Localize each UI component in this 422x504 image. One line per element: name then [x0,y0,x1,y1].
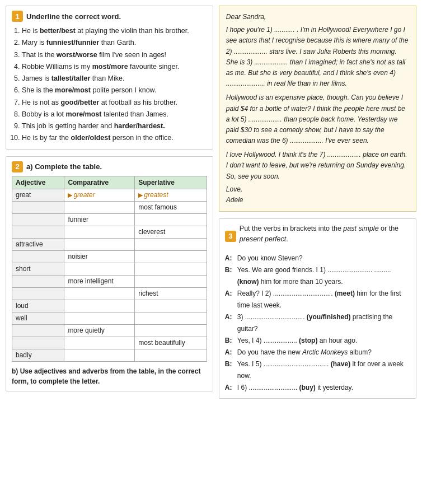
super-cell [135,349,207,361]
speaker-label: A: [225,311,235,335]
table-row: more intelligent [12,275,207,287]
adj-cell [12,275,64,287]
table-row: attractive [12,238,207,250]
table-row: most famous [12,201,207,213]
list-item: Robbie Williams is my most/more favourit… [22,61,207,73]
dialogue-content: Do you know Steven? [237,253,410,264]
section2-note-text: b) Use adjectives and adverbs from the t… [12,367,200,385]
comp-cell: more intelligent [64,275,135,287]
super-cell [135,250,207,263]
adj-cell [12,226,64,238]
letter-salutation: Dear Sandra, [226,12,409,22]
adj-cell: well [12,312,64,324]
comp-cell: more quietly [64,324,135,337]
section1-list: He is better/best at playing the violin … [12,25,207,144]
super-cell: most beautifully [135,337,207,349]
adj-cell [12,250,64,263]
section2-header: 2 a) Complete the table. [12,161,207,172]
dialogue-content: Yes. We are good friends. I 1) .........… [237,264,410,288]
table-row: well [12,312,207,324]
comp-cell: funnier [64,213,135,226]
super-cell [135,312,207,324]
list-item: He is not as good/better at football as … [22,97,207,109]
section3-title: Put the verbs in brackets into the past … [240,223,410,245]
section1-number: 1 [12,11,23,22]
letter-signature: Adele [226,195,409,206]
comp-cell [64,300,135,312]
comp-cell: noisier [64,250,135,263]
section3-header: 3 Put the verbs in brackets into the pas… [225,223,410,249]
adj-cell: loud [12,300,64,312]
dialogue-content: Yes, I 4) .................. (stop) an h… [237,335,410,347]
adj-cell [12,337,64,349]
section1-header: 1 Underline the correct word. [12,11,207,22]
comp-cell [64,263,135,275]
dialogue-line: A: Do you have the new Arctic Monkeys al… [225,347,410,358]
super-cell [135,275,207,287]
dialogue-content: Yes. I 5) ..............................… [237,358,410,382]
section2-box: 2 a) Complete the table. Adjective Compa… [6,156,213,391]
comp-cell [64,287,135,300]
right-column: Dear Sandra, I hope you're 1) ..........… [219,6,416,399]
speaker-label: A: [225,347,235,358]
list-item: Bobby is a lot more/most talented than J… [22,109,207,120]
super-cell: cleverest [135,226,207,238]
list-item: James is tallest/taller than Mike. [22,73,207,85]
col-header-comparative: Comparative [64,176,135,189]
letter-paragraph-3: I love Hollywood. I think it's the 7) ..… [226,150,409,182]
table-row: noisier [12,250,207,263]
super-cell: ▶greatest [135,189,207,201]
table-row: more quietly [12,324,207,337]
comp-cell [64,337,135,349]
adj-cell [12,201,64,213]
adj-cell [12,324,64,337]
dialogue-content: Really? I 2) ...........................… [237,288,410,311]
letter-closing: Love, [226,184,409,195]
section3-number: 3 [225,231,236,242]
dialogue-line: B: Yes, I 4) .................. (stop) a… [225,335,410,347]
speaker-label: B: [225,335,235,347]
section1-box: 1 Underline the correct word. He is bett… [6,6,213,150]
dialogue-line: A: 3) ................................ (… [225,311,410,335]
super-cell [135,238,207,250]
col-header-superlative: Superlative [135,176,207,189]
table-row: loud [12,300,207,312]
table-row: richest [12,287,207,300]
comp-cell [64,312,135,324]
list-item: Mary is funniest/funnier than Garth. [22,37,207,49]
super-cell: most famous [135,201,207,213]
col-header-adjective: Adjective [12,176,64,189]
speaker-label: B: [225,358,235,382]
list-item: He is better/best at playing the violin … [22,25,207,37]
comp-cell [64,226,135,238]
super-cell [135,213,207,226]
main-container: 1 Underline the correct word. He is bett… [6,6,416,399]
dialogue-content: 3) ................................ (you… [237,311,410,335]
comp-cell [64,238,135,250]
section2-note: b) Use adjectives and adverbs from the t… [12,366,207,386]
dialogue-content: I 6) .......................... (buy) it… [237,382,410,394]
speaker-label: B: [225,264,235,288]
adj-cell: badly [12,349,64,361]
super-cell: richest [135,287,207,300]
dialogue-line: A: Do you know Steven? [225,253,410,264]
adj-cell: great [12,189,64,201]
dialogue-line: A: Really? I 2) ........................… [225,288,410,311]
left-column: 1 Underline the correct word. He is bett… [6,6,213,399]
speaker-label: A: [225,382,235,394]
adjective-table: Adjective Comparative Superlative great … [12,176,207,362]
table-row: short [12,263,207,275]
section3-box: 3 Put the verbs in brackets into the pas… [219,218,416,399]
letter-paragraph-2: Hollywood is an expensive place, though.… [226,92,409,146]
dialogue-content: Do you have the new Arctic Monkeys album… [237,347,410,358]
section2-number: 2 [12,161,23,172]
table-row: funnier [12,213,207,226]
adj-cell: short [12,263,64,275]
table-row: great ▶greater ▶greatest [12,189,207,201]
dialogue-line: B: Yes. I 5) ...........................… [225,358,410,382]
letter-paragraph-1: I hope you're 1) ........... . I'm in Ho… [226,25,409,89]
dialogue-line: B: Yes. We are good friends. I 1) ......… [225,264,410,288]
letter-box: Dear Sandra, I hope you're 1) ..........… [219,6,416,212]
section2-title: a) Complete the table. [26,162,102,171]
list-item: This job is getting harder and harder/ha… [22,120,207,132]
